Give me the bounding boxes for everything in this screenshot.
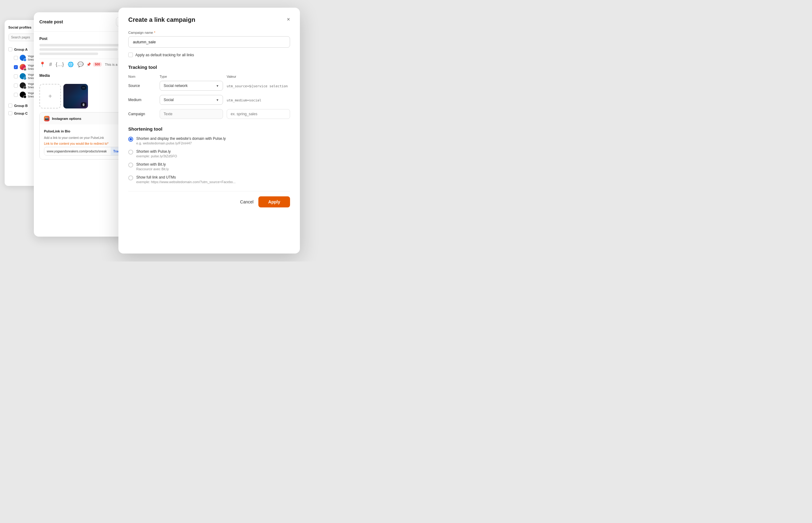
ig-icon: 📷 [44,116,50,121]
radio-btn-4[interactable] [128,176,133,180]
source-type-value: Social network [163,84,188,88]
radio-option-2: Shorten with Pulse.ly exemple: pulse.ly/… [128,149,290,158]
tk-checkbox[interactable] [14,93,18,97]
panel-title: Social profiles [8,25,31,29]
ig-options-title: Instagram options [52,117,81,121]
tracking-table: Nom Type Valeur Source Social network ▼ … [128,75,290,119]
col-valeur-header: Valeur [227,75,290,78]
shortening-tool-title: Shortening tool [128,126,290,131]
source-label: Source [128,84,140,88]
link-campaign-modal: Create a link campaign × Campaign name *… [118,8,300,253]
fb-badge: f [23,58,27,61]
variable-icon[interactable]: {…} [56,62,64,67]
group-c-checkbox[interactable] [8,111,12,115]
tw-badge: ✕ [23,86,27,89]
li-checkbox[interactable] [14,74,18,78]
radio-desc-3: Raccourcir avec Bit.ly [136,167,169,171]
radio-label-3: Shorten with Bit.ly [136,162,169,166]
medium-row: Medium Social ▼ utm_medium=social [128,95,290,105]
radio-option-4: Show full link and UTMs exemple: https:/… [128,175,290,184]
radio-label-4: Show full link and UTMs [136,175,236,179]
group-c-label: Group C [14,111,28,115]
default-tracking-checkbox[interactable] [128,53,133,57]
li-badge: in [23,77,27,80]
modal-footer: Cancel Apply [128,191,290,208]
ig-checkbox[interactable] [14,65,18,69]
emoji-icon[interactable]: 🌐 [68,61,74,67]
campaign-valeur-input[interactable] [227,109,290,119]
fb-avatar: f [20,55,26,61]
tw-checkbox[interactable] [14,84,18,88]
medium-label: Medium [128,98,141,102]
group-b-checkbox[interactable] [8,104,12,108]
hashtag-icon[interactable]: # [49,62,52,67]
tk-badge: ♪ [23,95,27,98]
li-avatar: in [20,73,26,79]
fb-checkbox[interactable] [14,56,18,60]
radio-desc-4: exemple: https://www.websitedomain.com/?… [136,180,236,184]
col-type-header: Type [160,75,223,78]
ig-avatar: 📷 [20,64,26,70]
tk-avatar: ♪ [20,92,26,98]
source-type-select[interactable]: Social network ▼ [160,81,223,91]
campaign-texte-input[interactable] [160,109,223,119]
radio-btn-3[interactable] [128,163,133,167]
radio-btn-1[interactable] [128,137,133,142]
mention-icon[interactable]: 💬 [77,61,84,67]
pin-count: 500 [93,62,102,67]
default-tracking-label: Apply as default tracking for all links [135,53,194,57]
source-type-arrow: ▼ [216,84,219,88]
apply-button[interactable]: Apply [258,196,290,208]
medium-type-select[interactable]: Social ▼ [160,95,223,105]
source-valeur: utm_source=${service selection [227,84,288,88]
default-tracking-row: Apply as default tracking for all links [128,53,290,57]
radio-label-1: Shorten and display the website's domain… [136,137,226,141]
required-asterisk: * [154,31,155,34]
medium-type-value: Social [163,98,174,102]
media-thumbnail: ··· 🗑 [63,84,88,108]
location-icon[interactable]: 📍 [39,61,46,67]
radio-option-1: Shorten and display the website's domain… [128,137,290,145]
radio-desc-2: exemple: pulse.ly/3tZdSFO [136,154,177,158]
create-post-title: Create post [39,19,113,24]
radio-label-2: Shorten with Pulse.ly [136,149,177,154]
media-delete-button[interactable]: 🗑 [81,102,86,107]
campaign-label: Campaign [128,112,145,116]
medium-type-arrow: ▼ [216,98,219,102]
modal-title: Create a link campaign [128,16,195,23]
campaign-name-label: Campaign name * [128,31,290,34]
tw-avatar: ✕ [20,82,26,89]
source-row: Source Social network ▼ utm_source=${ser… [128,81,290,91]
medium-valeur: utm_medium=social [227,98,261,102]
cancel-button[interactable]: Cancel [240,199,254,204]
group-b-label: Group B [14,104,28,108]
add-media-button[interactable]: + [39,84,61,108]
campaign-name-input[interactable] [128,36,290,48]
campaign-row: Campaign [128,109,290,119]
media-options-dots[interactable]: ··· [81,86,86,90]
tracking-tool-title: Tracking tool [128,65,290,70]
group-a-checkbox[interactable] [8,47,12,51]
media-section-label: Media [39,73,50,78]
ig-badge: 📷 [23,68,27,71]
radio-desc-1: e.g. websitedomain.pulse.ly/F2mH47 [136,141,226,145]
radio-option-3: Shorten with Bit.ly Raccourcir avec Bit.… [128,162,290,171]
radio-btn-2[interactable] [128,150,133,155]
pulselink-title: PulseLink in Bio [44,129,70,133]
group-a-label: Group A [14,48,28,51]
col-nom-header: Nom [128,75,156,78]
shortening-options: Shorten and display the website's domain… [128,137,290,184]
link-input-value[interactable]: www.yogaandsneakers.com/products/sneak [44,148,111,155]
modal-close-button[interactable]: × [287,16,290,23]
